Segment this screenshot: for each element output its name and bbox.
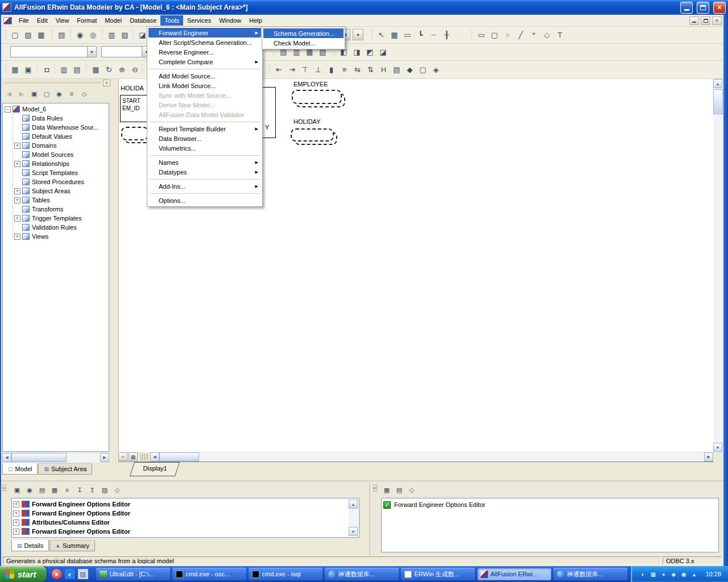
menu-item[interactable]: View xyxy=(52,15,73,26)
back-icon[interactable]: ◀ xyxy=(3,88,15,99)
many-rel-icon[interactable]: ╂ xyxy=(440,28,453,41)
tag-tool-icon[interactable]: ◇ xyxy=(540,28,553,41)
expand-icon[interactable]: + xyxy=(14,197,20,203)
menu-item[interactable]: ▶ xyxy=(148,119,261,124)
editor-list-item[interactable]: + Forward Engineer Options Editor xyxy=(13,509,358,518)
copy-format-icon[interactable]: ▥ xyxy=(57,63,71,76)
save-icon[interactable]: ▦ xyxy=(381,484,392,496)
tree-item[interactable]: + Default Values xyxy=(14,132,109,141)
task-button[interactable]: cmd.exe - osc... xyxy=(172,568,246,580)
nonidentifying-rel-icon[interactable]: ┄ xyxy=(427,28,440,41)
erase-icon[interactable]: ▢ xyxy=(41,88,52,99)
entity-box[interactable] xyxy=(292,90,342,104)
frame-icon[interactable]: ▢ xyxy=(416,63,429,76)
task-button[interactable]: 神通数据库... xyxy=(553,568,627,580)
scroll-down-icon[interactable]: ▼ xyxy=(713,443,722,452)
grid-icon[interactable]: ▦ xyxy=(49,484,60,496)
scrollbar-track[interactable] xyxy=(349,509,358,527)
scrollbar-track[interactable] xyxy=(713,88,723,443)
scroll-left-icon[interactable]: ◀ xyxy=(2,453,11,462)
scroll-right-icon[interactable]: ▶ xyxy=(100,453,109,462)
expand-icon[interactable]: + xyxy=(13,529,19,535)
tree-item[interactable]: + Script Templates xyxy=(14,168,109,177)
menu-item[interactable]: Schema Generation... ▶ xyxy=(263,28,344,38)
new-icon[interactable]: ▢ xyxy=(9,28,22,41)
expand-icon[interactable]: + xyxy=(13,510,19,517)
tray-icon-1[interactable]: ◐ xyxy=(639,570,647,578)
tree-item[interactable]: + Validation Rules xyxy=(14,223,109,232)
align-left-icon[interactable]: ⇤ xyxy=(272,63,286,76)
menu-item[interactable]: Data Browser... ▶ xyxy=(148,134,261,143)
align-bottom-icon[interactable]: ⊥ xyxy=(312,63,325,76)
panel-tab[interactable]: ▨ Subject Area xyxy=(38,463,92,475)
menu-item[interactable]: ▶ xyxy=(148,191,261,196)
space-horizontal-icon[interactable]: ⇆ xyxy=(351,63,364,76)
task-button[interactable]: 神通数据库... xyxy=(325,568,399,580)
menu-item[interactable]: Datatypes ▶ xyxy=(148,167,261,177)
tree-item[interactable]: + Tables xyxy=(14,196,109,205)
expand-icon[interactable]: + xyxy=(14,215,20,222)
editor-list-item[interactable]: + Forward Engineer Options Editor xyxy=(13,500,358,509)
entity-box[interactable] xyxy=(121,127,148,140)
expand-icon[interactable]: + xyxy=(14,188,20,194)
tree-item[interactable]: + Relationships xyxy=(14,159,109,168)
panel-tab[interactable]: ▢ Model xyxy=(2,463,38,475)
tree-item[interactable]: + Trigger Templates xyxy=(14,214,109,223)
zoom-out-icon[interactable]: ⊖ xyxy=(129,63,142,76)
entity-label[interactable]: EMPLOYEE xyxy=(293,81,328,88)
menu-item[interactable]: Options... ▶ xyxy=(148,196,261,205)
scrollbar-thumb[interactable] xyxy=(713,89,723,114)
find-model-icon[interactable]: ◎ xyxy=(86,28,100,41)
quicklaunch-icon-1[interactable]: ● xyxy=(52,569,62,579)
splitter-grip[interactable] xyxy=(140,454,148,460)
panel-tab[interactable]: ▲ Summary xyxy=(49,540,95,551)
line-tool-icon[interactable]: ╱ xyxy=(514,28,527,41)
expand-icon[interactable]: + xyxy=(14,234,20,240)
identifying-rel-icon[interactable]: ┗ xyxy=(414,28,427,41)
tree-item[interactable]: + Views xyxy=(14,232,109,241)
menu-item[interactable]: AllFusion Data Model Validator ▶ xyxy=(148,110,261,119)
menu-item[interactable]: Check Model... ▶ xyxy=(263,38,344,48)
grid-icon[interactable]: ▤ xyxy=(394,484,405,496)
entity-tool-icon[interactable]: ▦ xyxy=(388,28,401,41)
text-tool-icon[interactable]: T xyxy=(553,28,566,41)
menu-item[interactable]: Add-Ins... ▶ xyxy=(148,181,261,191)
menu-item[interactable]: Sync with Model Source... ▶ xyxy=(148,90,261,100)
grid-icon[interactable]: ▦ xyxy=(89,63,102,76)
expand-icon[interactable]: + xyxy=(14,143,20,149)
tag-icon[interactable]: ◇ xyxy=(78,88,90,99)
overview-button[interactable]: ▦ xyxy=(129,452,138,461)
tree-item[interactable]: + Domains xyxy=(14,141,109,150)
tree-item[interactable]: + Subject Areas xyxy=(14,186,109,196)
zoom-dropdown-button[interactable]: ▼ xyxy=(353,29,363,40)
menu-item[interactable]: Database xyxy=(126,15,160,26)
task-button[interactable]: AllFusion ERwi... xyxy=(477,568,551,580)
sort-desc-icon[interactable]: ↥ xyxy=(86,484,98,496)
task-button[interactable]: cmd.exe - isql xyxy=(249,568,322,580)
menu-item[interactable]: Report Template Builder ▶ xyxy=(148,124,261,134)
zoom-in-icon[interactable]: ⊕ xyxy=(115,63,129,76)
rect-tool-icon[interactable]: ▭ xyxy=(475,28,488,41)
list-icon[interactable]: ≡ xyxy=(61,484,73,496)
menu-item[interactable]: Alter Script/Schema Generation... ▶ xyxy=(148,38,261,47)
align-right-icon[interactable]: ⇥ xyxy=(286,63,299,76)
open-icon[interactable]: ▧ xyxy=(22,28,35,41)
ellipse-tool-icon[interactable]: ○ xyxy=(501,28,514,41)
quicklaunch-ie-icon[interactable]: e xyxy=(65,569,75,579)
tag-icon[interactable]: ◇ xyxy=(406,484,417,496)
clock[interactable]: 10:28 xyxy=(701,571,721,577)
menu-item[interactable]: Forward Engineer ▶ xyxy=(148,28,261,38)
print-icon[interactable]: ▤ xyxy=(36,484,48,496)
scrollbar-track[interactable] xyxy=(159,452,704,462)
menu-item[interactable]: ▶ xyxy=(148,177,261,181)
subject-area-tool-icon[interactable]: ▭ xyxy=(401,28,414,41)
menu-item[interactable]: Derive New Model... ▶ xyxy=(148,100,261,110)
find-icon[interactable]: ◉ xyxy=(24,484,35,496)
tray-icon-3[interactable]: ● xyxy=(659,570,667,578)
scroll-right-icon[interactable]: ▶ xyxy=(704,452,713,462)
distribute-icon[interactable]: ≡ xyxy=(338,63,351,76)
tree-item[interactable]: + Data Warehouse Sour... xyxy=(14,123,109,132)
refresh-icon[interactable]: ↻ xyxy=(102,63,115,76)
editor-list-item[interactable]: + Attributes/Columns Editor xyxy=(13,518,358,527)
menu-item[interactable]: ▶ xyxy=(148,66,261,71)
